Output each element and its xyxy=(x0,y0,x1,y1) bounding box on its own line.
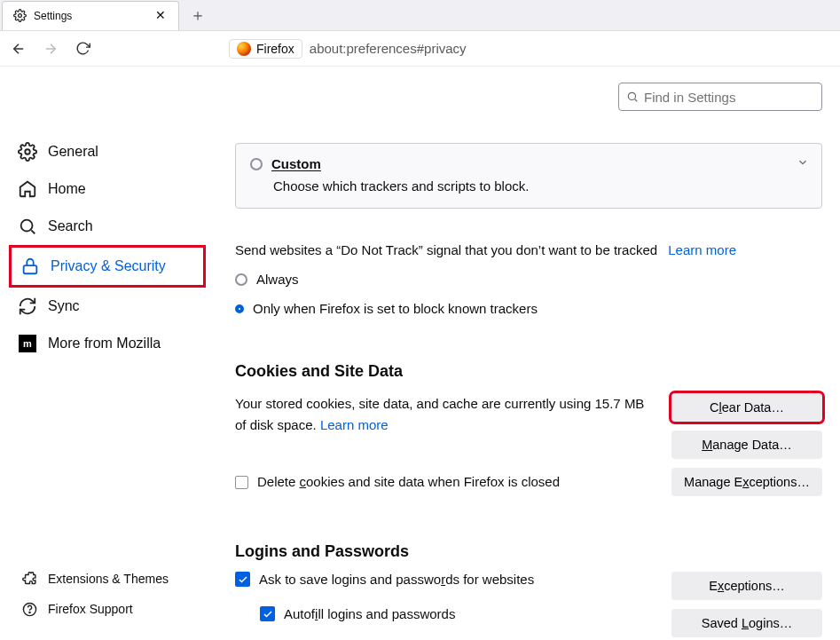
sidebar-item-label: Sync xyxy=(48,298,80,314)
svg-text:m: m xyxy=(23,338,32,349)
dnt-option-only-blocking[interactable]: Only when Firefox is set to block known … xyxy=(235,301,822,316)
new-tab-button[interactable]: ＋ xyxy=(184,2,211,28)
dnt-text: Send websites a “Do Not Track” signal th… xyxy=(235,242,657,257)
sidebar-item-label: Search xyxy=(48,218,93,234)
svg-point-8 xyxy=(628,92,635,99)
logins-heading: Logins and Passwords xyxy=(235,542,822,561)
checkbox-label: Delete cookies and site data when Firefo… xyxy=(257,471,560,493)
sidebar-item-home[interactable]: Home xyxy=(0,170,213,208)
radio-on-icon xyxy=(235,304,244,313)
etp-custom-row[interactable]: Custom Choose which trackers and scripts… xyxy=(235,143,822,209)
sidebar-item-privacy[interactable]: Privacy & Security xyxy=(9,245,206,288)
svg-point-0 xyxy=(19,14,22,18)
lock-icon xyxy=(20,257,40,276)
saved-logins-button[interactable]: Saved Logins… xyxy=(671,609,822,637)
etp-custom-desc: Choose which trackers and scripts to blo… xyxy=(273,178,807,194)
address-bar[interactable]: Firefox about:preferences#privacy xyxy=(229,39,467,59)
cookies-learn-more-link[interactable]: Learn more xyxy=(320,417,389,432)
reload-button[interactable] xyxy=(73,39,92,59)
sidebar-item-support[interactable]: Firefox Support xyxy=(0,594,213,624)
delete-on-close-row[interactable]: Delete cookies and site data when Firefo… xyxy=(235,471,657,493)
radio-label: Only when Firefox is set to block known … xyxy=(253,301,538,316)
forward-button[interactable] xyxy=(41,39,60,59)
identity-badge[interactable]: Firefox xyxy=(229,39,302,59)
manage-exceptions-button[interactable]: Manage Exceptions… xyxy=(671,468,822,496)
firefox-icon xyxy=(237,42,251,56)
radio-off-icon xyxy=(235,273,247,286)
search-icon xyxy=(626,91,639,103)
tab-title: Settings xyxy=(34,10,146,22)
checkbox-label: Ask to save logins and passwords for web… xyxy=(259,572,534,587)
help-icon xyxy=(20,599,39,619)
toolbar: Firefox about:preferences#privacy xyxy=(0,31,840,67)
home-icon xyxy=(18,179,37,199)
find-in-settings[interactable] xyxy=(618,83,822,111)
gear-icon xyxy=(18,142,37,162)
puzzle-icon xyxy=(20,569,39,589)
sidebar-footer: Extensions & Themes Firefox Support xyxy=(0,564,213,624)
gear-icon xyxy=(13,9,27,22)
radio-off-icon[interactable] xyxy=(250,158,263,170)
sidebar-item-label: Privacy & Security xyxy=(51,258,166,274)
url-text: about:preferences#privacy xyxy=(310,41,467,56)
sidebar-item-label: Extensions & Themes xyxy=(48,572,169,586)
sidebar: General Home Search Privacy & Security S xyxy=(0,67,213,637)
sidebar-item-label: Home xyxy=(48,181,86,197)
manage-data-button[interactable]: Manage Data… xyxy=(671,431,822,459)
settings-main: Custom Choose which trackers and scripts… xyxy=(213,67,840,637)
checkbox-unchecked-icon[interactable] xyxy=(235,476,248,489)
find-in-settings-input[interactable] xyxy=(644,90,814,105)
dnt-option-always[interactable]: Always xyxy=(235,272,822,287)
sidebar-item-sync[interactable]: Sync xyxy=(0,288,213,325)
search-icon xyxy=(18,217,37,236)
sidebar-item-general[interactable]: General xyxy=(0,133,213,170)
sidebar-item-label: More from Mozilla xyxy=(48,336,161,352)
identity-label: Firefox xyxy=(256,42,294,56)
mozilla-icon: m xyxy=(18,334,37,353)
checkbox-checked-icon[interactable] xyxy=(260,606,275,621)
checkbox-checked-icon[interactable] xyxy=(235,572,250,587)
checkbox-label: Autofill logins and passwords xyxy=(284,606,455,621)
sync-icon xyxy=(18,296,37,316)
chevron-down-icon[interactable] xyxy=(797,156,809,169)
tab-strip: Settings ✕ ＋ xyxy=(0,0,840,31)
radio-label: Always xyxy=(256,272,299,287)
sidebar-item-more-mozilla[interactable]: m More from Mozilla xyxy=(0,325,213,362)
sidebar-item-label: General xyxy=(48,144,98,160)
svg-rect-3 xyxy=(24,265,37,273)
tab-settings[interactable]: Settings ✕ xyxy=(2,1,179,30)
sidebar-item-extensions[interactable]: Extensions & Themes xyxy=(0,564,213,594)
svg-point-2 xyxy=(21,220,33,232)
svg-point-7 xyxy=(28,612,29,612)
autofill-logins-row[interactable]: Autofill logins and passwords xyxy=(260,606,671,621)
dnt-row: Send websites a “Do Not Track” signal th… xyxy=(235,242,822,257)
close-tab-icon[interactable]: ✕ xyxy=(153,9,168,23)
cookies-heading: Cookies and Site Data xyxy=(235,362,822,381)
sidebar-item-search[interactable]: Search xyxy=(0,208,213,245)
cookies-usage-size: 15.7 MB xyxy=(595,396,645,411)
dnt-learn-more-link[interactable]: Learn more xyxy=(668,242,736,257)
svg-point-1 xyxy=(25,149,30,154)
ask-save-logins-row[interactable]: Ask to save logins and passwords for web… xyxy=(235,572,671,587)
etp-custom-label: Custom xyxy=(271,156,321,171)
sidebar-item-label: Firefox Support xyxy=(48,602,133,616)
back-button[interactable] xyxy=(9,39,28,59)
clear-data-button[interactable]: Clear Data… xyxy=(671,393,822,422)
cookies-description: Your stored cookies, site data, and cach… xyxy=(235,393,657,496)
logins-exceptions-button[interactable]: Exceptions… xyxy=(671,572,822,600)
